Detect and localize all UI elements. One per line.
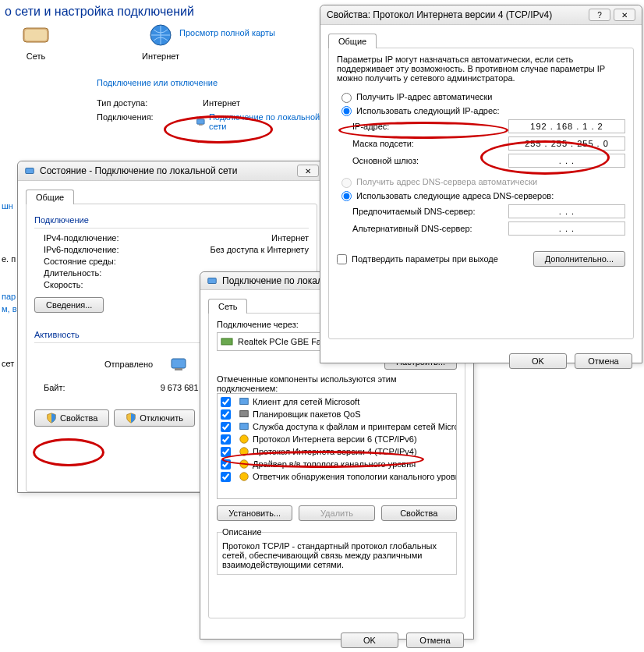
svg-rect-12 <box>240 423 249 430</box>
disable-button[interactable]: Отключить <box>114 409 195 427</box>
ipv4-value: Интернет <box>271 233 309 243</box>
lan-connection-link[interactable]: Подключение по локальной сети <box>196 112 327 131</box>
network-map-internet[interactable]: Интернет <box>137 23 184 61</box>
svg-rect-1 <box>25 30 47 41</box>
svg-rect-10 <box>240 399 249 405</box>
connect-disconnect-link[interactable]: Подключение или отключение <box>97 78 218 87</box>
svg-point-16 <box>240 473 249 481</box>
svg-rect-4 <box>199 124 203 126</box>
ipv4-label: IPv4-подключение: <box>44 233 119 243</box>
auto-ip-radio[interactable]: Получить IP-адрес автоматически <box>341 92 492 101</box>
shield-icon <box>46 413 57 423</box>
network-map-pc-label: Сеть <box>12 51 59 61</box>
confirm-exit-checkbox[interactable]: Подтвердить параметры при выходе <box>337 254 498 265</box>
components-label: Отмеченные компоненты используются этим … <box>217 374 457 393</box>
network-icon <box>207 275 218 286</box>
qos-icon <box>239 409 249 420</box>
subnet-mask-label: Маска подсети: <box>352 139 508 148</box>
close-button[interactable]: ✕ <box>297 165 319 177</box>
gateway-input[interactable]: . . . <box>508 154 625 168</box>
help-button[interactable]: ? <box>589 9 610 21</box>
adapter-icon <box>221 336 233 347</box>
network-map-internet-label: Интернет <box>137 51 184 61</box>
dns2-input[interactable]: . . . <box>508 221 625 236</box>
connection-section: Подключение <box>34 215 309 225</box>
side-text: шн <box>2 201 13 211</box>
details-button[interactable]: Сведения... <box>34 297 104 313</box>
use-ip-radio[interactable]: Использовать следующий IP-адрес: <box>341 106 500 115</box>
responder-icon <box>239 471 249 482</box>
side-text: сет <box>2 359 14 368</box>
page-title: о сети и настройка подключений <box>0 0 327 23</box>
component-checkbox[interactable] <box>221 434 231 445</box>
ipv4-properties-window: Свойства: Протокол Интернета версии 4 (T… <box>320 5 642 363</box>
ip-address-input[interactable]: 192 . 168 . 1 . 2 <box>508 119 625 133</box>
svg-rect-9 <box>221 338 232 345</box>
network-map-pc[interactable]: Сеть <box>12 23 59 61</box>
properties-button[interactable]: Свойства <box>34 409 109 427</box>
svg-rect-11 <box>240 411 249 417</box>
tab-network[interactable]: Сеть <box>208 299 247 314</box>
subnet-mask-input[interactable]: 255 . 255 . 255 . 0 <box>508 136 625 151</box>
component-checkbox[interactable] <box>221 397 231 407</box>
ipv6-value: Без доступа к Интернету <box>210 245 309 254</box>
sent-label: Отправлено <box>104 360 153 369</box>
dns1-input[interactable]: . . . <box>508 204 625 218</box>
install-button[interactable]: Установить... <box>217 505 292 521</box>
bytes-label: Байт: <box>44 383 65 392</box>
ipv6-icon <box>239 434 249 445</box>
component-checkbox[interactable] <box>221 472 231 482</box>
cancel-button[interactable]: Отмена <box>575 353 632 369</box>
side-text: м, в <box>2 304 17 314</box>
svg-point-13 <box>240 435 249 444</box>
components-list[interactable]: Клиент для сетей Microsoft Планировщик п… <box>217 393 457 499</box>
fileshare-icon <box>239 421 249 432</box>
component-checkbox[interactable] <box>221 409 231 420</box>
client-icon <box>239 396 249 407</box>
tab-general[interactable]: Общие <box>26 190 74 204</box>
view-full-map-link[interactable]: Просмотр полной карты <box>179 28 275 37</box>
network-icon <box>196 116 206 127</box>
svg-rect-5 <box>26 168 34 174</box>
close-button[interactable]: ✕ <box>614 9 635 21</box>
advanced-button[interactable]: Дополнительно... <box>533 251 625 267</box>
svg-rect-8 <box>208 278 217 284</box>
component-checkbox[interactable] <box>221 422 231 432</box>
window-title: Свойства: Протокол Интернета версии 4 (T… <box>327 9 586 20</box>
dns2-label: Альтернативный DNS-сервер: <box>352 224 508 233</box>
duration-label: Длительность: <box>44 268 101 278</box>
side-text: е. п <box>2 254 16 264</box>
ipv4-icon <box>239 446 249 457</box>
media-label: Состояние среды: <box>44 257 116 266</box>
speed-label: Скорость: <box>44 280 83 289</box>
shield-icon <box>126 413 136 423</box>
intro-text: Параметры IP могут назначаться автоматич… <box>337 55 625 83</box>
side-text: пар <box>2 292 16 301</box>
dns1-label: Предпочитаемый DNS-сервер: <box>352 207 508 216</box>
access-type-label: Тип доступа: <box>97 98 172 108</box>
component-checkbox[interactable] <box>221 459 231 470</box>
description-text: Протокол TCP/IP - стандартный протокол г… <box>222 541 451 569</box>
component-checkbox[interactable] <box>221 447 231 457</box>
ipv6-label: IPv6-подключение: <box>44 245 119 254</box>
description-label: Описание <box>222 527 262 537</box>
activity-icon <box>168 354 189 374</box>
svg-point-15 <box>240 460 249 469</box>
svg-point-14 <box>240 448 249 456</box>
gateway-label: Основной шлюз: <box>352 156 508 165</box>
auto-dns-radio: Получить адрес DNS-сервера автоматически <box>341 177 537 186</box>
use-dns-radio[interactable]: Использовать следующие адреса DNS-сервер… <box>341 191 554 200</box>
access-type-value: Интернет <box>203 98 240 108</box>
driver-icon <box>239 459 249 470</box>
connections-label: Подключения: <box>97 112 165 131</box>
ok-button[interactable]: OK <box>341 633 398 648</box>
cancel-button[interactable]: Отмена <box>406 633 464 648</box>
component-properties-button[interactable]: Свойства <box>381 505 457 521</box>
tab-general[interactable]: Общие <box>328 34 377 48</box>
ip-address-label: IP-адрес: <box>352 122 508 131</box>
svg-rect-7 <box>175 368 182 370</box>
svg-rect-6 <box>172 359 186 368</box>
uninstall-button: Удалить <box>299 505 374 521</box>
window-title: Состояние - Подключение по локальной сет… <box>40 165 294 176</box>
ok-button[interactable]: OK <box>509 353 567 369</box>
